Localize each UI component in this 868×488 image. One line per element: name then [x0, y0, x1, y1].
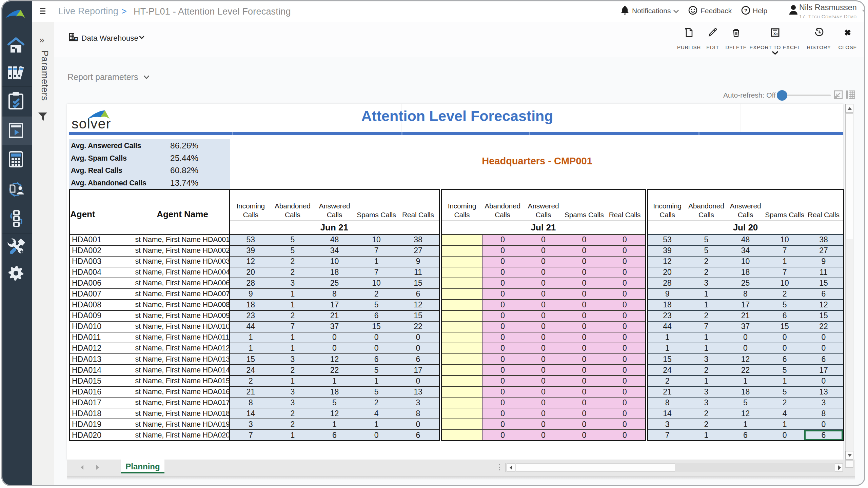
svg-text:?: ? [744, 7, 747, 13]
svg-text:x: x [773, 31, 776, 36]
